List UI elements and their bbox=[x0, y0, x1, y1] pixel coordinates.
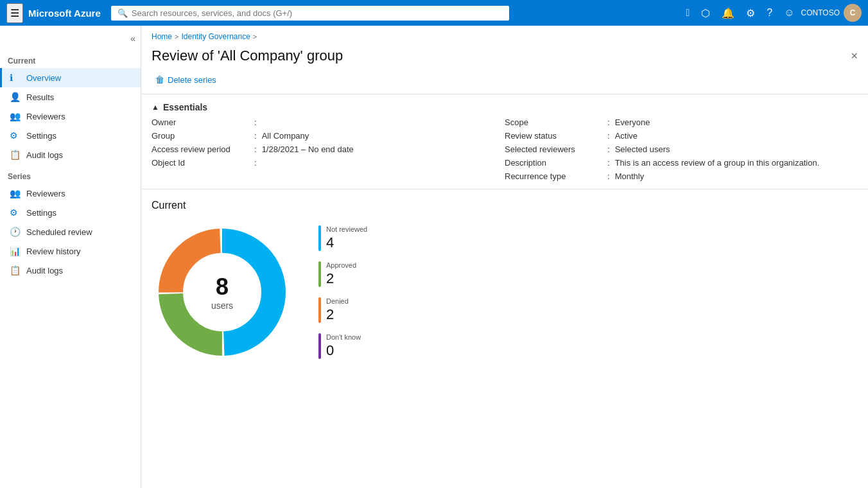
notifications-icon[interactable]: 🔔 bbox=[716, 4, 740, 22]
breadcrumb-sep-2: > bbox=[253, 33, 257, 40]
collapse-icon[interactable]: « bbox=[130, 33, 135, 44]
legend-value-approved: 2 bbox=[326, 270, 356, 287]
legend-label-not-reviewed: Not reviewed bbox=[326, 225, 367, 233]
essentials-group: Group : All Company bbox=[152, 131, 505, 141]
selected-reviewers-label: Selected reviewers bbox=[505, 144, 607, 154]
scheduled-review-icon: 🕐 bbox=[10, 227, 21, 237]
essentials-description: Description : This is an access review o… bbox=[505, 158, 858, 168]
recurrence-type-sep: : bbox=[607, 171, 610, 181]
legend-value-denied: 2 bbox=[326, 306, 349, 323]
avatar[interactable]: C bbox=[844, 4, 862, 22]
reviewers-current-icon: 👥 bbox=[10, 111, 21, 121]
legend-approved: Approved 2 bbox=[318, 261, 367, 287]
essentials-label: Essentials bbox=[163, 102, 207, 112]
legend-value-not-reviewed: 4 bbox=[326, 234, 367, 251]
help-icon[interactable]: ? bbox=[761, 4, 777, 21]
legend-label-approved: Approved bbox=[326, 261, 356, 269]
description-sep: : bbox=[607, 158, 610, 168]
legend-info-approved: Approved 2 bbox=[326, 261, 356, 287]
donut-center: 8 users bbox=[211, 273, 233, 311]
directory-icon[interactable]: ⬡ bbox=[696, 4, 715, 22]
hamburger-menu[interactable]: ☰ bbox=[6, 3, 23, 23]
sidebar: « Current ℹ Overview 👤 Results 👥 Reviewe… bbox=[0, 26, 141, 488]
sidebar-item-scheduled-review-label: Scheduled review bbox=[26, 227, 92, 237]
sidebar-item-overview-label: Overview bbox=[26, 73, 61, 83]
sidebar-item-scheduled-review[interactable]: 🕐 Scheduled review bbox=[0, 222, 141, 241]
scope-sep: : bbox=[607, 118, 610, 127]
recurrence-type-label: Recurrence type bbox=[505, 171, 607, 181]
review-status-value: Active bbox=[615, 131, 638, 141]
breadcrumb-identity-governance[interactable]: Identity Governance bbox=[181, 32, 250, 41]
sidebar-item-review-history[interactable]: 📊 Review history bbox=[0, 241, 141, 261]
breadcrumb: Home > Identity Governance > bbox=[141, 26, 868, 45]
legend-label-denied: Denied bbox=[326, 297, 349, 305]
sidebar-item-audit-logs-series[interactable]: 📋 Audit logs bbox=[0, 261, 141, 280]
legend-label-dont-know: Don't know bbox=[326, 333, 361, 341]
essentials-review-status: Review status : Active bbox=[505, 131, 858, 141]
settings-series-icon: ⚙ bbox=[10, 207, 21, 218]
essentials-access-review-period: Access review period : 1/28/2021 – No en… bbox=[152, 144, 505, 154]
scope-value: Everyone bbox=[615, 118, 650, 127]
essentials-recurrence-type: Recurrence type : Monthly bbox=[505, 171, 858, 181]
legend-dont-know: Don't know 0 bbox=[318, 333, 367, 359]
sidebar-item-results[interactable]: 👤 Results bbox=[0, 87, 141, 107]
azure-logo: Microsoft Azure bbox=[28, 8, 101, 19]
settings-icon[interactable]: ⚙ bbox=[741, 4, 760, 22]
sidebar-item-settings-series[interactable]: ⚙ Settings bbox=[0, 203, 141, 222]
review-status-label: Review status bbox=[505, 131, 607, 141]
group-sep: : bbox=[254, 131, 257, 141]
legend-bar-dont-know bbox=[318, 333, 321, 359]
legend-info-denied: Denied 2 bbox=[326, 297, 349, 323]
sidebar-item-audit-logs-series-label: Audit logs bbox=[26, 266, 63, 275]
donut-chart: 8 users bbox=[152, 222, 293, 363]
essentials-owner: Owner : bbox=[152, 118, 505, 127]
legend-not-reviewed: Not reviewed 4 bbox=[318, 225, 367, 251]
review-status-sep: : bbox=[607, 131, 610, 141]
close-button[interactable]: × bbox=[851, 49, 858, 63]
delete-icon: 🗑 bbox=[155, 74, 164, 85]
recurrence-type-value: Monthly bbox=[615, 171, 645, 181]
sidebar-item-settings-current-label: Settings bbox=[26, 131, 56, 141]
feedback-icon[interactable]: ☺ bbox=[779, 4, 799, 21]
search-icon: 🔍 bbox=[117, 8, 128, 18]
page-title: Review of 'All Company' group bbox=[152, 48, 343, 64]
sidebar-item-audit-logs-current[interactable]: 📋 Audit logs bbox=[0, 145, 141, 164]
breadcrumb-home[interactable]: Home bbox=[152, 32, 172, 41]
sidebar-item-settings-current[interactable]: ⚙ Settings bbox=[0, 126, 141, 145]
legend-bar-approved bbox=[318, 261, 321, 287]
legend-bar-denied bbox=[318, 297, 321, 323]
sidebar-item-reviewers-current[interactable]: 👥 Reviewers bbox=[0, 107, 141, 126]
sidebar-item-review-history-label: Review history bbox=[26, 247, 81, 256]
scope-label: Scope bbox=[505, 118, 607, 127]
page-header: Review of 'All Company' group × bbox=[141, 45, 868, 72]
audit-logs-series-icon: 📋 bbox=[10, 265, 21, 275]
sidebar-item-reviewers-series[interactable]: 👥 Reviewers bbox=[0, 184, 141, 203]
user-label: CONTOSO bbox=[801, 8, 840, 17]
delete-series-button[interactable]: 🗑 Delete series bbox=[152, 72, 220, 87]
legend-info-not-reviewed: Not reviewed 4 bbox=[326, 225, 367, 251]
chart-area: 8 users Not reviewed 4 bbox=[152, 222, 858, 363]
essentials-chevron-icon: ▲ bbox=[152, 103, 159, 112]
access-review-period-value: 1/28/2021 – No end date bbox=[262, 144, 354, 154]
essentials-header[interactable]: ▲ Essentials bbox=[141, 94, 868, 118]
legend: Not reviewed 4 Approved 2 bbox=[318, 225, 367, 359]
sidebar-collapse[interactable]: « bbox=[0, 31, 141, 49]
search-input[interactable] bbox=[132, 8, 503, 18]
owner-label: Owner bbox=[152, 118, 254, 127]
group-label: Group bbox=[152, 131, 254, 141]
cloud-shell-icon[interactable]:  bbox=[681, 4, 695, 21]
search-bar: 🔍 bbox=[111, 6, 509, 21]
current-section-label: Current bbox=[0, 49, 141, 68]
topnav-icon-group:  ⬡ 🔔 ⚙ ? ☺ CONTOSO C bbox=[681, 4, 862, 22]
object-id-sep: : bbox=[254, 158, 257, 168]
current-section: Current bbox=[141, 189, 868, 373]
review-history-icon: 📊 bbox=[10, 246, 21, 256]
selected-reviewers-value: Selected users bbox=[615, 144, 670, 154]
topnav: ☰ Microsoft Azure 🔍  ⬡ 🔔 ⚙ ? ☺ CONTOSO … bbox=[0, 0, 868, 26]
sidebar-item-overview[interactable]: ℹ Overview bbox=[0, 68, 141, 87]
settings-current-icon: ⚙ bbox=[10, 130, 21, 141]
series-section-label: Series bbox=[0, 164, 141, 184]
overview-icon: ℹ bbox=[10, 73, 21, 83]
current-title: Current bbox=[152, 200, 858, 211]
sidebar-item-reviewers-series-label: Reviewers bbox=[26, 189, 65, 198]
